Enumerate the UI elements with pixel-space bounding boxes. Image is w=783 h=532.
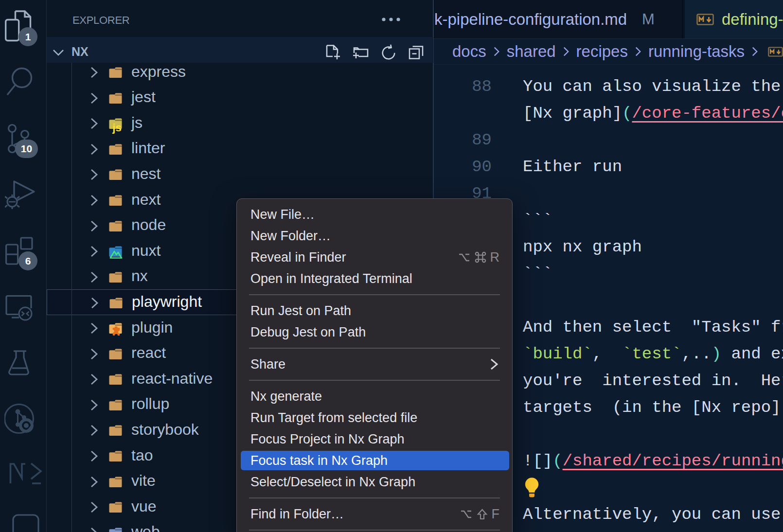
svg-text:js: js [112,122,121,134]
